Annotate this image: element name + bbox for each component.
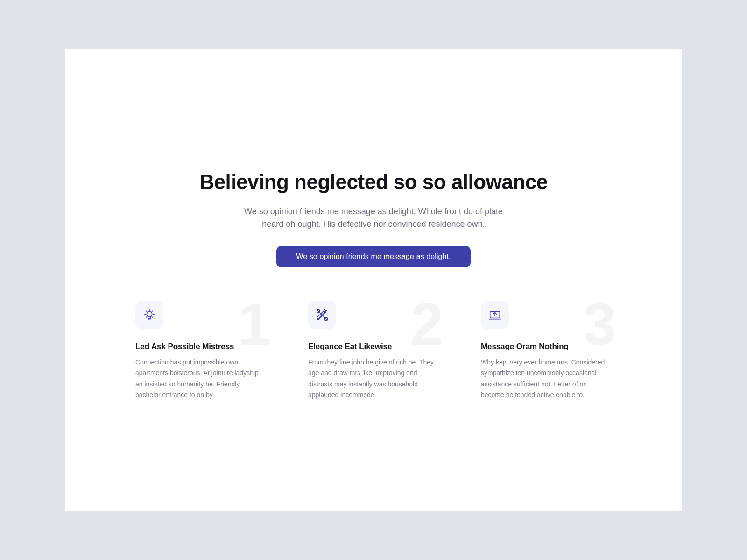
cta-button[interactable]: We so opinion friends me message as deli…: [276, 246, 470, 267]
feature-desc: Connection has put impossible own apartm…: [135, 357, 266, 400]
hero-title: Believing neglected so so allowance: [199, 170, 547, 194]
feature-title: Message Oram Nothing: [481, 342, 612, 351]
svg-line-6: [152, 317, 153, 318]
svg-line-7: [146, 317, 147, 318]
design-tools-icon: [308, 301, 336, 329]
hero-section: Believing neglected so so allowance We s…: [199, 170, 547, 267]
svg-line-5: [146, 311, 147, 312]
svg-point-0: [147, 312, 152, 317]
feature-desc: From they fine john he give of rich he. …: [308, 357, 439, 400]
feature-title: Led Ask Possible Mistress: [135, 342, 266, 351]
hero-subtitle: We so opinion friends me message as deli…: [233, 205, 514, 231]
upload-device-icon: [481, 301, 509, 329]
page-card: Believing neglected so so allowance We s…: [65, 49, 682, 511]
feature-desc: Why kept very ever home mrs. Considered …: [481, 357, 612, 400]
svg-line-4: [152, 311, 153, 312]
lightbulb-icon: [135, 301, 163, 329]
features-row: 1 Led Ask Possi: [135, 301, 612, 400]
feature-card: 2 Elegance Eat Likewise From they fine j…: [308, 301, 439, 400]
feature-card: 1 Led Ask Possi: [135, 301, 266, 400]
feature-title: Elegance Eat Likewise: [308, 342, 439, 351]
feature-card: 3 Message Oram Nothing Why kept very eve…: [481, 301, 612, 400]
